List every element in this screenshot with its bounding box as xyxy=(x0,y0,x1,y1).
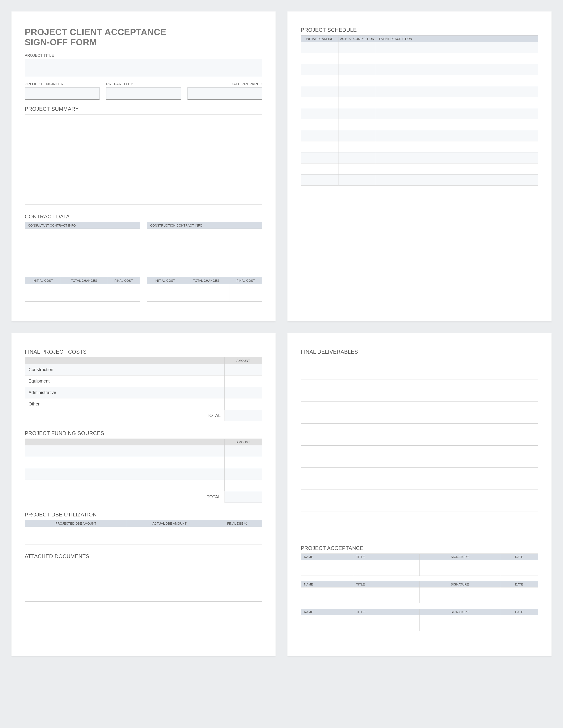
funding-row-label[interactable] xyxy=(25,480,224,491)
attached-cell[interactable] xyxy=(25,588,262,602)
cell-initial-deadline[interactable] xyxy=(301,163,339,174)
cell-event-description[interactable] xyxy=(376,75,538,86)
input-sig-signature[interactable] xyxy=(420,587,500,603)
cell-initial-deadline[interactable] xyxy=(301,141,339,152)
cell-event-description[interactable] xyxy=(376,119,538,130)
input-consult-final[interactable] xyxy=(107,284,140,302)
attached-cell[interactable] xyxy=(25,615,262,628)
input-final-dbe-pct[interactable] xyxy=(212,527,262,544)
cell-initial-deadline[interactable] xyxy=(301,152,339,163)
input-sig-date[interactable] xyxy=(500,615,538,631)
deliverable-row[interactable] xyxy=(301,468,538,490)
cell-event-description[interactable] xyxy=(376,163,538,174)
row-total-costs: TOTAL xyxy=(25,410,262,421)
cell-event-description[interactable] xyxy=(376,64,538,75)
input-construction-contract[interactable] xyxy=(147,229,262,277)
input-sig-signature[interactable] xyxy=(420,615,500,631)
funding-row-amount[interactable] xyxy=(224,468,262,480)
cell-event-description[interactable] xyxy=(376,174,538,186)
input-sig-title[interactable] xyxy=(353,615,420,631)
cell-initial-deadline[interactable] xyxy=(301,119,339,130)
cell-actual-completion[interactable] xyxy=(339,174,376,186)
cost-row: Other xyxy=(25,398,262,410)
input-total-funding[interactable] xyxy=(224,491,262,503)
cell-actual-completion[interactable] xyxy=(339,75,376,86)
cell-initial-deadline[interactable] xyxy=(301,42,339,53)
input-sig-name[interactable] xyxy=(301,587,353,603)
funding-row-amount[interactable] xyxy=(224,457,262,468)
cell-event-description[interactable] xyxy=(376,130,538,141)
funding-row xyxy=(25,480,262,491)
funding-row-amount[interactable] xyxy=(224,480,262,491)
cost-row-amount[interactable] xyxy=(224,364,262,375)
cell-actual-completion[interactable] xyxy=(339,86,376,97)
input-sig-date[interactable] xyxy=(500,587,538,603)
input-sig-signature[interactable] xyxy=(420,560,500,576)
table-funding: AMOUNT xyxy=(25,439,262,491)
input-sig-date[interactable] xyxy=(500,560,538,576)
cell-initial-deadline[interactable] xyxy=(301,86,339,97)
funding-row-label[interactable] xyxy=(25,445,224,457)
input-consult-initial[interactable] xyxy=(25,284,61,302)
deliverable-row[interactable] xyxy=(301,402,538,424)
input-constr-initial[interactable] xyxy=(147,284,183,302)
cell-actual-completion[interactable] xyxy=(339,108,376,119)
input-prepared-by[interactable] xyxy=(106,87,181,100)
consultant-contract-block: CONSULTANT CONTRACT INFO INITIAL COST TO… xyxy=(25,222,140,302)
deliverable-row[interactable] xyxy=(301,446,538,468)
cell-initial-deadline[interactable] xyxy=(301,64,339,75)
cell-actual-completion[interactable] xyxy=(339,130,376,141)
deliverable-row[interactable] xyxy=(301,512,538,534)
cell-initial-deadline[interactable] xyxy=(301,108,339,119)
input-sig-name[interactable] xyxy=(301,560,353,576)
input-consultant-contract[interactable] xyxy=(25,229,140,277)
input-sig-title[interactable] xyxy=(353,560,420,576)
cell-actual-completion[interactable] xyxy=(339,163,376,174)
cell-actual-completion[interactable] xyxy=(339,119,376,130)
input-constr-changes[interactable] xyxy=(183,284,229,302)
input-project-summary[interactable] xyxy=(25,114,262,205)
row-total-funding: TOTAL xyxy=(25,491,262,503)
cell-actual-completion[interactable] xyxy=(339,141,376,152)
input-project-title[interactable] xyxy=(25,59,262,77)
input-project-engineer[interactable] xyxy=(25,87,100,100)
deliverable-row[interactable] xyxy=(301,379,538,402)
input-sig-title[interactable] xyxy=(353,587,420,603)
deliverable-row[interactable] xyxy=(301,424,538,446)
input-actual-dbe[interactable] xyxy=(127,527,212,544)
cell-initial-deadline[interactable] xyxy=(301,130,339,141)
cell-actual-completion[interactable] xyxy=(339,97,376,108)
cell-actual-completion[interactable] xyxy=(339,53,376,64)
deliverable-row[interactable] xyxy=(301,357,538,379)
funding-row-amount[interactable] xyxy=(224,445,262,457)
cell-initial-deadline[interactable] xyxy=(301,97,339,108)
cell-event-description[interactable] xyxy=(376,42,538,53)
cell-initial-deadline[interactable] xyxy=(301,174,339,186)
input-sig-name[interactable] xyxy=(301,615,353,631)
cell-initial-deadline[interactable] xyxy=(301,75,339,86)
cell-event-description[interactable] xyxy=(376,53,538,64)
cost-row-amount[interactable] xyxy=(224,398,262,410)
cost-row-amount[interactable] xyxy=(224,375,262,387)
funding-row-label[interactable] xyxy=(25,468,224,480)
input-projected-dbe[interactable] xyxy=(25,527,127,544)
cell-event-description[interactable] xyxy=(376,86,538,97)
input-consult-changes[interactable] xyxy=(61,284,107,302)
deliverable-row[interactable] xyxy=(301,490,538,512)
funding-row-label[interactable] xyxy=(25,457,224,468)
attached-cell[interactable] xyxy=(25,562,262,575)
cell-actual-completion[interactable] xyxy=(339,64,376,75)
cell-event-description[interactable] xyxy=(376,108,538,119)
cost-row-amount[interactable] xyxy=(224,387,262,398)
cell-actual-completion[interactable] xyxy=(339,152,376,163)
input-date-prepared[interactable] xyxy=(187,87,262,100)
cell-actual-completion[interactable] xyxy=(339,42,376,53)
input-constr-final[interactable] xyxy=(229,284,262,302)
cell-event-description[interactable] xyxy=(376,141,538,152)
cell-event-description[interactable] xyxy=(376,152,538,163)
cell-event-description[interactable] xyxy=(376,97,538,108)
attached-cell[interactable] xyxy=(25,575,262,588)
cell-initial-deadline[interactable] xyxy=(301,53,339,64)
attached-cell[interactable] xyxy=(25,602,262,615)
input-total-costs[interactable] xyxy=(224,410,262,421)
